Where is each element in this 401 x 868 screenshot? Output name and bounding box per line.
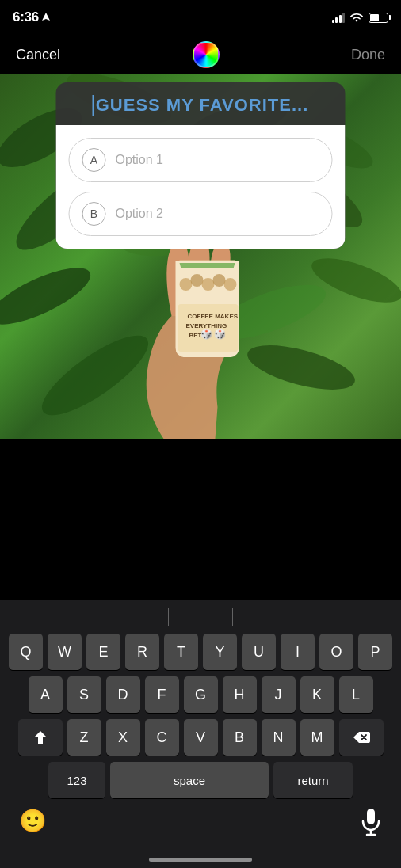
status-bar: 6:36 [0, 0, 401, 35]
location-arrow-icon [42, 13, 50, 22]
numbers-key[interactable]: 123 [48, 762, 105, 798]
keyboard-row-2: A S D F G H J K L [3, 676, 398, 713]
svg-point-22 [213, 274, 226, 287]
keyboard-area: Q W E R T Y U I O P A S D F G H J K L [0, 600, 401, 868]
svg-point-8 [307, 249, 401, 312]
signal-icon [332, 12, 346, 23]
keyboard-row-4: 123 space return [3, 762, 398, 798]
mic-button[interactable] [360, 808, 382, 836]
svg-text:COFFEE MAKES: COFFEE MAKES [188, 313, 239, 320]
key-q[interactable]: Q [9, 634, 43, 670]
option-b-letter: B [82, 202, 106, 226]
key-f[interactable]: F [145, 676, 179, 713]
shift-key[interactable] [18, 719, 63, 756]
key-s[interactable]: S [67, 676, 101, 713]
svg-text:🎲: 🎲 [214, 328, 226, 340]
svg-point-20 [191, 274, 204, 287]
keyboard: Q W E R T Y U I O P A S D F G H J K L [0, 634, 401, 798]
emoji-button[interactable]: 🙂 [19, 808, 47, 834]
key-x[interactable]: X [106, 719, 140, 756]
cursor-line-left [168, 608, 169, 626]
key-c[interactable]: C [145, 719, 179, 756]
svg-point-23 [224, 278, 237, 291]
svg-point-19 [180, 278, 193, 291]
key-k[interactable]: K [300, 676, 334, 713]
poll-option-a[interactable]: A Option 1 [69, 138, 333, 182]
poll-question: GUESS MY FAVORITE... [96, 95, 309, 116]
key-v[interactable]: V [184, 719, 218, 756]
key-g[interactable]: G [184, 676, 218, 713]
keyboard-row-3: Z X C V B N M [3, 719, 398, 756]
key-z[interactable]: Z [67, 719, 101, 756]
poll-card: GUESS MY FAVORITE... A Option 1 B Option… [56, 82, 346, 249]
return-key[interactable]: return [273, 762, 353, 798]
key-y[interactable]: Y [203, 634, 237, 670]
option-a-letter: A [82, 148, 106, 172]
key-j[interactable]: J [262, 676, 296, 713]
text-cursor [93, 95, 94, 116]
key-e[interactable]: E [86, 634, 120, 670]
svg-rect-24 [367, 809, 375, 824]
poll-option-b[interactable]: B Option 2 [69, 192, 333, 236]
key-p[interactable]: P [358, 634, 392, 670]
key-w[interactable]: W [48, 634, 82, 670]
status-icons [332, 12, 389, 23]
status-time: 6:36 [13, 10, 39, 25]
color-wheel-button[interactable] [193, 41, 220, 68]
key-u[interactable]: U [242, 634, 276, 670]
svg-point-21 [202, 278, 215, 291]
key-b[interactable]: B [223, 719, 257, 756]
top-nav: Cancel Done [0, 35, 401, 74]
svg-text:🎲: 🎲 [200, 328, 212, 340]
wifi-icon [349, 12, 364, 23]
cursor-line-area [0, 600, 401, 634]
key-h[interactable]: H [223, 676, 257, 713]
key-i[interactable]: I [281, 634, 315, 670]
key-t[interactable]: T [164, 634, 198, 670]
key-m[interactable]: M [300, 719, 334, 756]
photo-area: COFFEE MAKES EVERYTHING BET 🎲 🎲 GUESS MY… [0, 74, 401, 439]
delete-key[interactable] [339, 719, 384, 756]
key-l[interactable]: L [339, 676, 373, 713]
cursor-line-right [232, 608, 233, 626]
key-n[interactable]: N [262, 719, 296, 756]
home-indicator [149, 858, 252, 862]
key-o[interactable]: O [319, 634, 353, 670]
option-b-text[interactable]: Option 2 [116, 207, 163, 221]
key-d[interactable]: D [106, 676, 140, 713]
key-r[interactable]: R [125, 634, 159, 670]
done-button[interactable]: Done [351, 47, 385, 63]
key-a[interactable]: A [29, 676, 63, 713]
poll-options-area: A Option 1 B Option 2 [56, 125, 346, 249]
keyboard-row-1: Q W E R T Y U I O P [3, 634, 398, 670]
option-a-text[interactable]: Option 1 [116, 153, 163, 167]
battery-icon [369, 13, 388, 23]
svg-point-7 [0, 257, 97, 335]
space-key[interactable]: space [110, 762, 269, 798]
cancel-button[interactable]: Cancel [16, 47, 60, 63]
poll-question-area: GUESS MY FAVORITE... [56, 82, 346, 125]
